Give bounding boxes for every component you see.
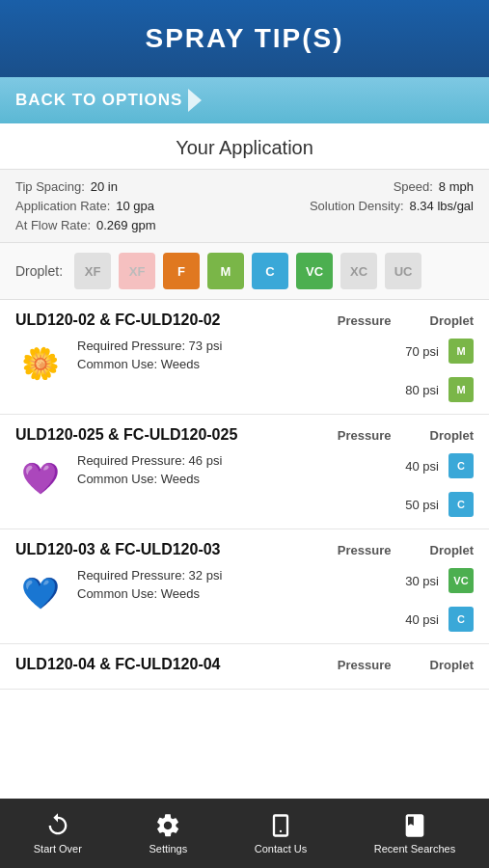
tip-spacing-label: Tip Spacing: — [15, 179, 85, 194]
tip-1-row-2: 80 psi M — [391, 377, 474, 402]
tip-1-col-labels: Pressure Droplet — [338, 313, 474, 328]
app-rate-item: Application Rate: 10 gpa — [15, 199, 154, 213]
nav-recent-searches-label: Recent Searches — [374, 843, 455, 854]
tip-spacing-item: Tip Spacing: 20 in — [15, 179, 118, 194]
flow-rate-value: 0.269 gpm — [96, 218, 155, 232]
speed-label: Speed: — [394, 179, 433, 194]
tip-1-droplet-col: Droplet — [430, 313, 475, 328]
parameters-section: Tip Spacing: 20 in Speed: 8 mph Applicat… — [0, 170, 489, 243]
tip-3-col-labels: Pressure Droplet — [338, 543, 474, 557]
app-header: SPRAY TIP(S) — [0, 0, 489, 77]
flow-rate-item: At Flow Rate: 0.269 gpm — [15, 218, 155, 232]
droplet-section: Droplet: XF XF F M C VC XC UC — [0, 243, 489, 300]
tip-spacing-value: 20 in — [91, 179, 118, 194]
tip-1-body: 🌼 Required Pressure: 73 psi Common Use: … — [15, 339, 474, 402]
app-rate-label: Application Rate: — [15, 199, 110, 213]
droplet-badge-xf1[interactable]: XF — [74, 253, 111, 289]
solution-density-value: 8.34 lbs/gal — [410, 199, 475, 213]
tip-row-4: ULD120-04 & FC-ULD120-04 Pressure Drople… — [0, 644, 489, 690]
tip-3-droplet-col: Droplet — [430, 543, 475, 557]
tip-2-data: 40 psi C 50 psi C — [391, 453, 474, 517]
tip-3-data: 30 psi VC 40 psi C — [391, 568, 474, 632]
tip-2-row-1: 40 psi C — [391, 453, 474, 478]
speed-item: Speed: 8 mph — [394, 179, 474, 194]
tip-1-pressure-col: Pressure — [338, 313, 392, 328]
tip-3-header: ULD120-03 & FC-ULD120-03 Pressure Drople… — [15, 541, 474, 558]
tip-2-header: ULD120-025 & FC-ULD120-025 Pressure Drop… — [15, 426, 474, 444]
nav-recent-searches[interactable]: Recent Searches — [374, 812, 455, 854]
tip-1-data: 70 psi M 80 psi M — [391, 339, 474, 402]
bottom-navigation: Start Over Settings Contact Us Recent Se… — [0, 799, 489, 868]
tip-1-header: ULD120-02 & FC-ULD120-02 Pressure Drople… — [15, 312, 474, 329]
droplet-badge-xc[interactable]: XC — [340, 253, 377, 289]
tip-1-psi-2: 80 psi — [391, 383, 439, 397]
main-content: Your Application Tip Spacing: 20 in Spee… — [0, 123, 489, 799]
tip-2-common-use: Common Use: Weeds — [77, 472, 379, 486]
nav-start-over-label: Start Over — [34, 843, 82, 854]
tip-4-droplet-col: Droplet — [430, 658, 475, 672]
tip-1-req-pressure: Required Pressure: 73 psi — [77, 339, 379, 353]
back-to-options-button[interactable]: BACK TO OPTIONS — [0, 77, 489, 123]
tip-1-psi-1: 70 psi — [391, 344, 439, 359]
tip-1-image: 🌼 — [15, 339, 66, 389]
tip-2-pressure-col: Pressure — [338, 428, 392, 443]
nav-start-over[interactable]: Start Over — [34, 812, 82, 854]
tip-2-psi-1: 40 psi — [391, 459, 439, 474]
tip-3-pressure-col: Pressure — [338, 543, 392, 557]
tip-1-info: Required Pressure: 73 psi Common Use: We… — [77, 339, 379, 371]
droplet-badge-uc[interactable]: UC — [385, 253, 421, 289]
tip-1-badge-1: M — [448, 339, 474, 364]
tip-2-image: 💜 — [15, 453, 66, 503]
droplet-label: Droplet: — [15, 263, 63, 279]
tip-4-name: ULD120-04 & FC-ULD120-04 — [15, 656, 221, 673]
tip-3-body: 💙 Required Pressure: 32 psi Common Use: … — [15, 568, 474, 632]
tip-2-row-2: 50 psi C — [391, 492, 474, 517]
tip-row-1: ULD120-02 & FC-ULD120-02 Pressure Drople… — [0, 300, 489, 415]
tip-2-info: Required Pressure: 46 psi Common Use: We… — [77, 453, 379, 486]
tip-row-2: ULD120-025 & FC-ULD120-025 Pressure Drop… — [0, 415, 489, 529]
tip-3-name: ULD120-03 & FC-ULD120-03 — [15, 541, 221, 558]
back-bar-label: BACK TO OPTIONS — [15, 91, 182, 110]
nav-settings-label: Settings — [149, 843, 187, 854]
app-rate-value: 10 gpa — [116, 199, 154, 213]
your-application-title: Your Application — [0, 123, 489, 170]
settings-icon — [154, 812, 181, 839]
tip-4-col-labels: Pressure Droplet — [338, 658, 474, 672]
droplet-badge-f[interactable]: F — [163, 253, 200, 289]
tip-1-row-1: 70 psi M — [391, 339, 474, 364]
tip-2-req-pressure: Required Pressure: 46 psi — [77, 453, 379, 468]
tip-3-req-pressure: Required Pressure: 32 psi — [77, 568, 379, 583]
tip-4-header: ULD120-04 & FC-ULD120-04 Pressure Drople… — [15, 656, 474, 673]
tip-2-psi-2: 50 psi — [391, 498, 439, 512]
params-row-3: At Flow Rate: 0.269 gpm — [15, 218, 474, 232]
back-chevron-icon — [188, 89, 202, 112]
tip-3-image: 💙 — [15, 568, 66, 618]
tip-3-info: Required Pressure: 32 psi Common Use: We… — [77, 568, 379, 601]
nav-settings[interactable]: Settings — [149, 812, 187, 854]
tip-1-name: ULD120-02 & FC-ULD120-02 — [15, 312, 221, 329]
tip-3-badge-2: C — [448, 607, 474, 632]
params-row-2: Application Rate: 10 gpa Solution Densit… — [15, 199, 474, 213]
tip-2-col-labels: Pressure Droplet — [338, 428, 474, 443]
phone-icon — [267, 812, 294, 839]
refresh-icon — [44, 812, 71, 839]
droplet-badge-xf2[interactable]: XF — [119, 253, 155, 289]
tip-3-row-1: 30 psi VC — [391, 568, 474, 593]
solution-density-label: Solution Density: — [310, 199, 404, 213]
droplet-badge-c[interactable]: C — [252, 253, 288, 289]
tip-row-3: ULD120-03 & FC-ULD120-03 Pressure Drople… — [0, 529, 489, 644]
tip-3-row-2: 40 psi C — [391, 607, 474, 632]
tip-2-name: ULD120-025 & FC-ULD120-025 — [15, 426, 237, 444]
nav-contact-us[interactable]: Contact Us — [255, 812, 307, 854]
header-title: SPRAY TIP(S) — [145, 23, 343, 54]
flow-rate-label: At Flow Rate: — [15, 218, 91, 232]
params-row-1: Tip Spacing: 20 in Speed: 8 mph — [15, 179, 474, 194]
tip-3-badge-1: VC — [448, 568, 474, 593]
speed-value: 8 mph — [439, 179, 474, 194]
tip-1-badge-2: M — [448, 377, 474, 402]
tip-2-droplet-col: Droplet — [430, 428, 475, 443]
droplet-badge-m[interactable]: M — [207, 253, 244, 289]
droplet-badge-vc[interactable]: VC — [296, 253, 333, 289]
solution-density-item: Solution Density: 8.34 lbs/gal — [310, 199, 474, 213]
tip-4-pressure-col: Pressure — [338, 658, 392, 672]
